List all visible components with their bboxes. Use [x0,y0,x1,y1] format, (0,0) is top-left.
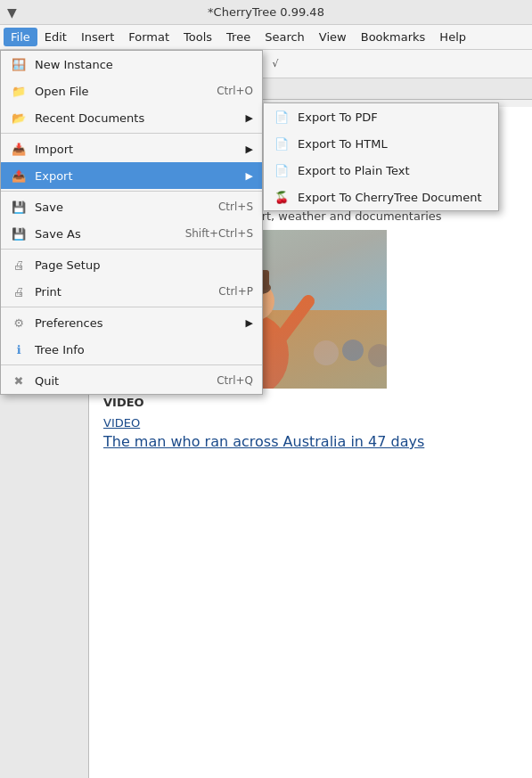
new-instance-label: New Instance [35,58,113,71]
file-menu-dropdown: 🪟 New Instance 📁 Open File Ctrl+O 📂 Rece… [0,50,263,395]
menu-file[interactable]: File [4,28,37,46]
menu-item-new-instance[interactable]: 🪟 New Instance [1,51,262,78]
video-link[interactable]: VIDEO [103,416,518,430]
menu-item-tree-info[interactable]: ℹ Tree Info [1,336,262,363]
save-shortcut: Ctrl+S [218,201,253,213]
import-label: Import [35,143,73,156]
export-html-item[interactable]: 📄 Export To HTML [264,130,498,157]
menu-bookmarks[interactable]: Bookmarks [354,28,433,46]
preferences-label: Preferences [35,316,102,330]
export-cherry-icon: 🍒 [273,188,291,206]
export-plain-label: Export to Plain Text [298,164,410,177]
article-title-link[interactable]: The man who ran across Australia in 47 d… [103,433,518,450]
menu-format[interactable]: Format [121,28,176,46]
save-as-label: Save As [35,227,81,241]
export-icon: 📤 [10,167,28,184]
svg-line-5 [282,301,308,337]
print-label: Print [35,285,61,299]
menu-help[interactable]: Help [432,28,473,46]
new-instance-icon: 🪟 [10,55,28,73]
save-as-shortcut: Shift+Ctrl+S [185,227,253,240]
video-label: VIDEO [103,396,518,409]
export-cherry-label: Export To CherryTree Document [298,191,482,204]
svg-point-11 [368,344,387,367]
toolbar-formula-btn[interactable]: √ [265,53,286,75]
export-arrow: ▶ [246,170,253,182]
window-title: *CherryTree 0.99.48 [208,5,324,19]
sep3 [1,249,262,250]
menu-item-import[interactable]: 📥 Import ▶ [1,135,262,162]
menu-tools[interactable]: Tools [176,28,219,46]
export-plain-icon: 📄 [273,161,291,179]
export-pdf-item[interactable]: 📄 Export To PDF [264,103,498,130]
sep1 [1,133,262,134]
sep5 [1,364,262,365]
quit-label: Quit [35,374,59,388]
quit-shortcut: Ctrl+Q [217,374,253,387]
page-setup-icon: 🖨 [10,256,28,274]
menu-tree[interactable]: Tree [219,28,258,46]
title-bar: ▼ *CherryTree 0.99.48 [0,0,532,25]
save-label: Save [35,201,63,214]
open-file-icon: 📁 [10,82,28,100]
print-shortcut: Ctrl+P [218,285,253,298]
recent-docs-arrow: ▶ [246,112,253,124]
menu-item-preferences[interactable]: ⚙ Preferences ▶ [1,309,262,336]
menu-item-save[interactable]: 💾 Save Ctrl+S [1,193,262,220]
print-icon: 🖨 [10,283,28,300]
page-setup-label: Page Setup [35,258,100,272]
app-icon: ▼ [7,5,17,20]
preferences-icon: ⚙ [10,314,28,332]
tree-info-label: Tree Info [35,343,85,356]
open-file-label: Open File [35,85,89,98]
recent-docs-label: Recent Documents [35,111,144,125]
export-html-label: Export To HTML [298,137,388,151]
export-pdf-icon: 📄 [273,108,291,126]
preferences-arrow: ▶ [246,317,253,329]
menu-edit[interactable]: Edit [37,28,74,46]
export-submenu: 📄 Export To PDF 📄 Export To HTML 📄 Expor… [263,102,499,211]
menu-item-print[interactable]: 🖨 Print Ctrl+P [1,278,262,305]
menu-item-recent-docs[interactable]: 📂 Recent Documents ▶ [1,104,262,131]
save-icon: 💾 [10,198,28,216]
tree-info-icon: ℹ [10,340,28,358]
quit-icon: ✖ [10,372,28,389]
save-as-icon: 💾 [10,225,28,242]
menu-view[interactable]: View [312,28,354,46]
sep2 [1,191,262,192]
sep4 [1,307,262,307]
import-icon: 📥 [10,140,28,158]
menu-item-open-file[interactable]: 📁 Open File Ctrl+O [1,78,262,104]
menu-bar: File Edit Insert Format Tools Tree Searc… [0,25,532,50]
svg-point-9 [314,340,339,365]
recent-docs-icon: 📂 [10,109,28,127]
menu-item-save-as[interactable]: 💾 Save As Shift+Ctrl+S [1,220,262,247]
export-html-icon: 📄 [273,135,291,152]
export-cherry-item[interactable]: 🍒 Export To CherryTree Document [264,184,498,210]
menu-item-quit[interactable]: ✖ Quit Ctrl+Q [1,367,262,394]
svg-point-10 [342,340,364,361]
open-file-shortcut: Ctrl+O [217,85,253,97]
menu-item-export[interactable]: 📤 Export ▶ [1,162,262,189]
menu-insert[interactable]: Insert [74,28,121,46]
export-plain-item[interactable]: 📄 Export to Plain Text [264,157,498,184]
menu-search[interactable]: Search [258,28,312,46]
import-arrow: ▶ [246,143,253,155]
menu-item-page-setup[interactable]: 🖨 Page Setup [1,251,262,278]
export-label: Export [35,169,73,183]
export-pdf-label: Export To PDF [298,111,378,124]
